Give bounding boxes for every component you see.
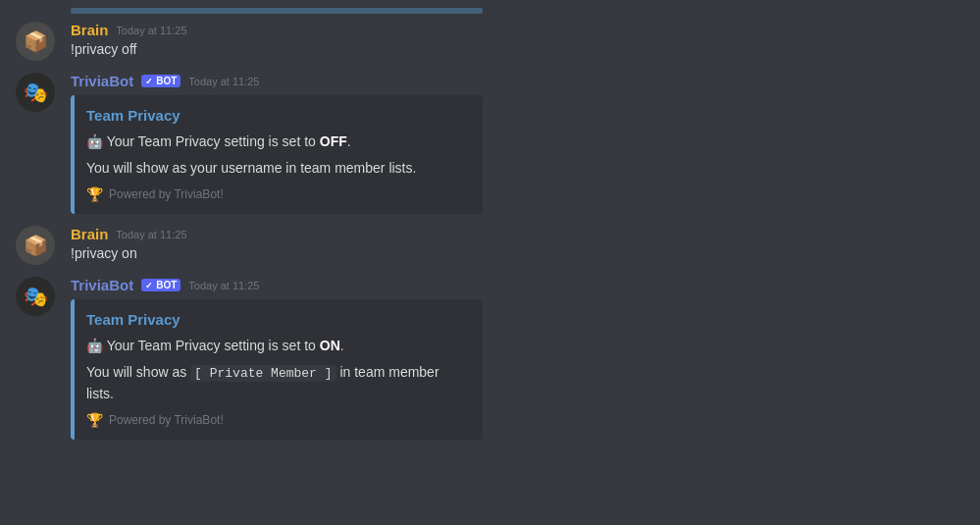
embed-body: 🤖 Your Team Privacy setting is set to OF… bbox=[86, 131, 467, 152]
messages-container: 📦 Brain Today at 11:25 !privacy off 🎭 Tr… bbox=[0, 0, 980, 455]
embed-line1-bold: ON bbox=[320, 338, 340, 353]
embed-footer-icon: 🏆 bbox=[86, 412, 103, 428]
bot-badge: BOT bbox=[141, 279, 181, 291]
private-member-badge: [ Private Member ] bbox=[190, 365, 335, 382]
embed-line1-emoji: 🤖 bbox=[86, 133, 107, 149]
embed-card: Team Privacy 🤖 Your Team Privacy setting… bbox=[71, 299, 483, 440]
message-group: 🎭 TriviaBot BOT Today at 11:25 Team Priv… bbox=[0, 273, 980, 444]
message-header: Brain Today at 11:25 bbox=[71, 226, 964, 242]
embed-footer-text: Powered by TriviaBot! bbox=[109, 187, 224, 201]
message-content: Brain Today at 11:25 !privacy off bbox=[71, 22, 964, 60]
embed-body-2: You will show as [ Private Member ] in t… bbox=[86, 362, 467, 404]
avatar: 🎭 bbox=[16, 277, 55, 316]
message-content: TriviaBot BOT Today at 11:25 Team Privac… bbox=[71, 277, 964, 440]
timestamp: Today at 11:25 bbox=[188, 280, 259, 291]
message-content: TriviaBot BOT Today at 11:25 Team Privac… bbox=[71, 73, 964, 214]
username: TriviaBot bbox=[71, 73, 133, 89]
avatar: 🎭 bbox=[16, 73, 55, 112]
username: Brain bbox=[71, 22, 108, 38]
embed-line1-suffix: . bbox=[347, 133, 351, 149]
avatar: 📦 bbox=[16, 22, 55, 61]
message-group: 🎭 TriviaBot BOT Today at 11:25 Team Priv… bbox=[0, 69, 980, 218]
message-text: !privacy on bbox=[71, 244, 964, 264]
embed-footer-icon: 🏆 bbox=[86, 186, 103, 202]
embed-footer-text: Powered by TriviaBot! bbox=[109, 413, 224, 427]
message-text: !privacy off bbox=[71, 40, 964, 60]
embed-line1-text: Your Team Privacy setting is set to bbox=[107, 133, 320, 149]
message-group: 📦 Brain Today at 11:25 !privacy off bbox=[0, 18, 980, 65]
avatar: 📦 bbox=[16, 226, 55, 265]
timestamp: Today at 11:25 bbox=[116, 25, 186, 36]
embed-line1-suffix: . bbox=[340, 338, 344, 353]
embed-line2-text: You will show as bbox=[86, 364, 190, 380]
username: TriviaBot bbox=[71, 277, 133, 293]
embed-title: Team Privacy bbox=[86, 311, 467, 328]
timestamp: Today at 11:25 bbox=[116, 229, 186, 240]
message-header: Brain Today at 11:25 bbox=[71, 22, 964, 38]
embed-body: 🤖 Your Team Privacy setting is set to ON… bbox=[86, 336, 467, 356]
timestamp: Today at 11:25 bbox=[188, 76, 259, 87]
embed-footer: 🏆 Powered by TriviaBot! bbox=[86, 412, 467, 428]
username: Brain bbox=[71, 226, 108, 242]
message-content: Brain Today at 11:25 !privacy on bbox=[71, 226, 964, 264]
message-header: TriviaBot BOT Today at 11:25 bbox=[71, 277, 964, 293]
embed-body-2: You will show as your username in team m… bbox=[86, 158, 467, 179]
embed-line1-bold: OFF bbox=[320, 133, 347, 149]
embed-title: Team Privacy bbox=[86, 107, 467, 124]
message-group: 📦 Brain Today at 11:25 !privacy on bbox=[0, 222, 980, 269]
embed-line1-text: Your Team Privacy setting is set to bbox=[107, 338, 320, 353]
embed-line1-emoji: 🤖 bbox=[86, 338, 107, 353]
embed-footer: 🏆 Powered by TriviaBot! bbox=[86, 186, 467, 202]
embed-card: Team Privacy 🤖 Your Team Privacy setting… bbox=[71, 95, 483, 214]
bot-badge: BOT bbox=[141, 75, 181, 87]
message-header: TriviaBot BOT Today at 11:25 bbox=[71, 73, 964, 89]
embed-line2-text: You will show as your username in team m… bbox=[86, 160, 416, 176]
